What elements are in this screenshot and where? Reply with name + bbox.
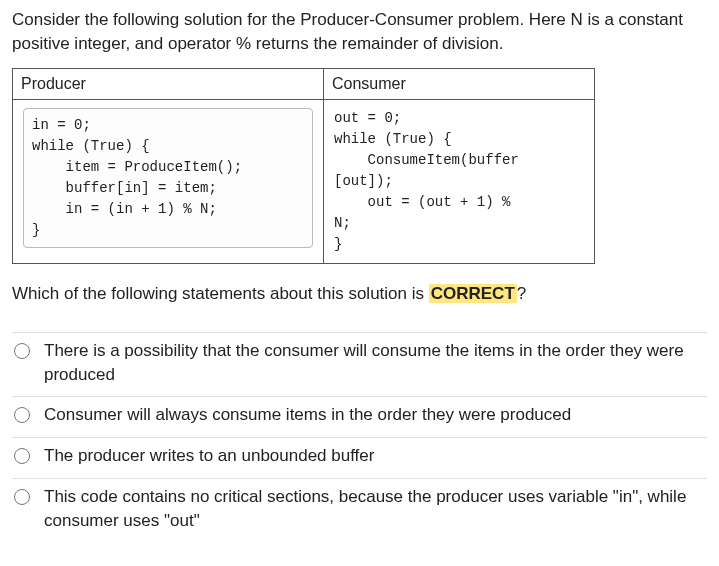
- consumer-header: Consumer: [324, 68, 595, 99]
- option-3[interactable]: The producer writes to an unbounded buff…: [12, 437, 707, 478]
- option-label: There is a possibility that the consumer…: [44, 339, 707, 387]
- option-4[interactable]: This code contains no critical sections,…: [12, 478, 707, 543]
- producer-code: in = 0; while (True) { item = ProduceIte…: [23, 108, 313, 248]
- producer-header: Producer: [13, 68, 324, 99]
- question-suffix: ?: [517, 284, 526, 303]
- question-text: Which of the following statements about …: [12, 282, 707, 306]
- question-prefix: Which of the following statements about …: [12, 284, 429, 303]
- option-label: The producer writes to an unbounded buff…: [44, 444, 707, 468]
- radio-icon[interactable]: [14, 448, 30, 464]
- options-list: There is a possibility that the consumer…: [12, 332, 707, 543]
- code-table: Producer Consumer in = 0; while (True) {…: [12, 68, 595, 264]
- intro-text: Consider the following solution for the …: [12, 8, 707, 56]
- option-1[interactable]: There is a possibility that the consumer…: [12, 332, 707, 397]
- radio-icon[interactable]: [14, 343, 30, 359]
- consumer-code: out = 0; while (True) { ConsumeItem(buff…: [334, 108, 584, 255]
- question-highlight: CORRECT: [429, 284, 517, 303]
- radio-icon[interactable]: [14, 489, 30, 505]
- radio-icon[interactable]: [14, 407, 30, 423]
- option-2[interactable]: Consumer will always consume items in th…: [12, 396, 707, 437]
- option-label: Consumer will always consume items in th…: [44, 403, 707, 427]
- option-label: This code contains no critical sections,…: [44, 485, 707, 533]
